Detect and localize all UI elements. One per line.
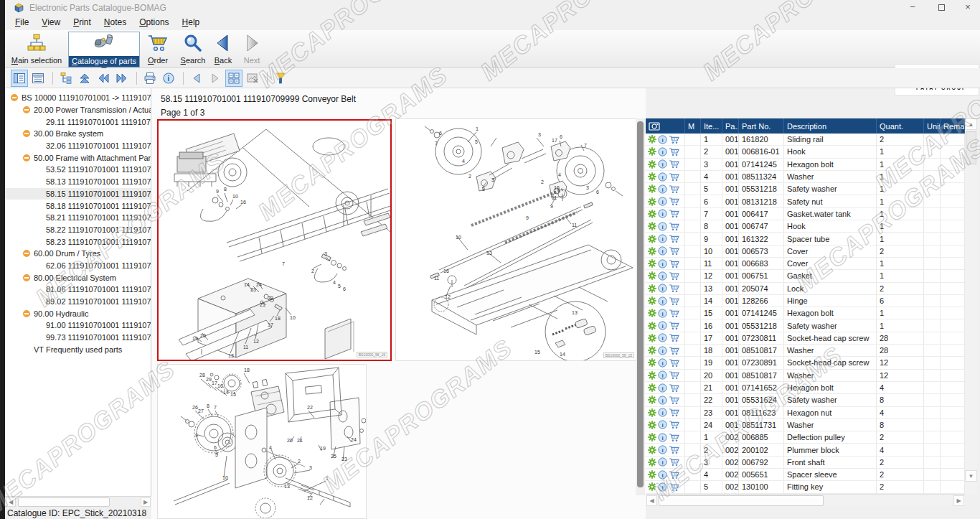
part-info-icon[interactable]: i [658, 172, 667, 182]
add-to-cart-icon[interactable] [669, 135, 679, 144]
add-to-cart-icon[interactable] [669, 209, 679, 218]
part-info-icon[interactable]: i [658, 333, 667, 342]
column-actions[interactable] [646, 118, 685, 134]
scrollbar-thumb[interactable] [966, 131, 976, 164]
tree-item[interactable]: 91.00 111910701001 111910709999 Hy [5, 319, 151, 332]
tree-item[interactable]: 80.00 Electrical System [5, 271, 151, 284]
part-info-icon[interactable]: i [658, 420, 667, 429]
add-to-cart-icon[interactable] [669, 333, 679, 342]
options-gear-icon[interactable] [648, 135, 656, 144]
part-info-icon[interactable]: i [658, 135, 667, 144]
add-to-cart-icon[interactable] [669, 358, 679, 368]
part-info-icon[interactable]: i [658, 184, 667, 194]
tree-item[interactable]: 58.13 111910701001 111910709999 Su [5, 176, 151, 188]
part-info-icon[interactable]: i [658, 209, 667, 218]
table-row[interactable]: i 14 001 128266 Hinge 6 [646, 295, 977, 307]
column-remark[interactable]: Remark [941, 118, 965, 134]
options-gear-icon[interactable] [648, 309, 656, 317]
options-gear-icon[interactable] [648, 247, 656, 256]
menu-help[interactable]: Help [176, 16, 207, 30]
add-to-cart-icon[interactable] [669, 445, 679, 454]
part-info-icon[interactable]: i [658, 222, 667, 231]
add-to-cart-icon[interactable] [669, 222, 679, 231]
collapse-icon[interactable] [23, 250, 30, 257]
add-to-cart-icon[interactable] [669, 433, 679, 442]
add-to-cart-icon[interactable] [669, 482, 679, 492]
options-gear-icon[interactable] [648, 446, 656, 454]
scroll-down-arrow[interactable]: ▼ [965, 470, 977, 482]
image-toggle-button[interactable] [244, 70, 261, 87]
table-row[interactable]: i 1 002 006885 Deflection pulley 2 [646, 431, 977, 444]
tree-item[interactable]: 58.22 111910701001 111910709999 Au [5, 224, 151, 236]
collapse-icon[interactable] [11, 94, 18, 101]
part-info-icon[interactable]: i [658, 408, 667, 417]
add-to-cart-icon[interactable] [669, 172, 679, 182]
tree-item[interactable]: 30.00 Brake system [5, 128, 151, 140]
minimize-button[interactable]: − [900, 0, 925, 16]
table-row[interactable]: i 9 001 161322 Spacer tube 1 [646, 233, 977, 245]
options-gear-icon[interactable] [648, 172, 656, 181]
tree-item[interactable]: 58.18 111910701001 111910709999 Rc [5, 200, 151, 212]
column-quantity[interactable]: Quant. [877, 118, 924, 134]
part-info-icon[interactable]: i [658, 296, 667, 306]
table-row[interactable]: i 5 001 05531218 Safety washer 1 [646, 183, 977, 195]
options-gear-icon[interactable] [648, 334, 656, 342]
options-gear-icon[interactable] [648, 222, 656, 230]
table-row[interactable]: i 12 001 006751 Gasket 1 [646, 270, 977, 282]
part-info-icon[interactable]: i [658, 197, 667, 206]
scroll-right-arrow[interactable]: ▶ [141, 497, 151, 507]
options-gear-icon[interactable] [648, 458, 656, 467]
add-to-cart-icon[interactable] [669, 259, 679, 268]
options-gear-icon[interactable] [648, 235, 656, 243]
tree-item[interactable]: 29.11 111910701001 111910709999 Ca [5, 116, 151, 128]
part-info-icon[interactable]: i [658, 396, 667, 405]
previous-figure-button[interactable] [188, 70, 205, 87]
part-info-icon[interactable]: i [658, 482, 667, 492]
table-row[interactable]: i 6 001 08131218 Safety nut 1 [646, 195, 977, 207]
add-to-cart-icon[interactable] [669, 346, 679, 355]
options-gear-icon[interactable] [648, 210, 656, 218]
menu-print[interactable]: Print [67, 16, 98, 30]
add-to-cart-icon[interactable] [669, 408, 679, 417]
options-gear-icon[interactable] [648, 271, 656, 280]
next-figure-button[interactable] [207, 70, 224, 87]
table-row[interactable]: i 15 001 07141245 Hexagon bolt 1 [646, 307, 977, 319]
collapse-icon[interactable] [23, 310, 30, 317]
scroll-left-arrow[interactable]: ◀ [6, 497, 16, 507]
table-row[interactable]: i 2 001 006816-01 Hook 1 [646, 146, 977, 158]
tree-item[interactable]: 81.06 111910701001 111910709999 Ele [5, 284, 151, 296]
table-row[interactable]: i 1 001 161820 Sliding rail 2 [646, 134, 977, 146]
options-gear-icon[interactable] [648, 346, 656, 355]
part-info-icon[interactable]: i [658, 284, 667, 293]
table-row[interactable]: i 10 001 006573 Cover 2 [646, 246, 977, 258]
thumbnail-view-button[interactable] [225, 70, 242, 87]
add-to-cart-icon[interactable] [669, 309, 679, 318]
print-button[interactable] [141, 70, 159, 87]
tree-item[interactable]: 58.23 111910701001 111910709999 Ta [5, 235, 151, 248]
main-selection-button[interactable]: Main selection [11, 32, 62, 67]
maximize-button[interactable] [929, 0, 953, 16]
part-info-icon[interactable]: i [658, 346, 667, 355]
table-row[interactable]: i 8 001 006747 Hook 1 [646, 220, 977, 233]
figure-vertical-scrollbar[interactable] [636, 118, 645, 495]
menu-notes[interactable]: Notes [98, 16, 133, 30]
options-gear-icon[interactable] [648, 421, 656, 429]
tree-item[interactable]: 58.15 111910701001 111910709999 Cc [5, 188, 151, 200]
tree-item[interactable]: 32.06 111910701001 111910709999 Br [5, 140, 151, 152]
tree-item[interactable]: 62.06 111910701001 111910709999 Ty [5, 260, 151, 272]
last-page-button[interactable] [113, 70, 131, 87]
options-gear-icon[interactable] [648, 197, 656, 206]
figure-thumbnail-drive[interactable]: 28291716 141518 262787 96510 4231 222021… [157, 364, 367, 519]
table-row[interactable]: i 19 001 07230891 Socket-head cap screw … [646, 357, 977, 369]
add-to-cart-icon[interactable] [669, 234, 679, 243]
menu-view[interactable]: View [35, 16, 67, 30]
tree-horizontal-scrollbar[interactable]: ◀ ▶ [5, 496, 151, 507]
table-row[interactable]: i 5 002 130100 Fitting key 2 [646, 481, 977, 493]
table-row[interactable]: i 24 001 08511731 Washer 8 [646, 419, 977, 431]
tree-item[interactable]: 89.02 111910701001 111910709999 Re [5, 296, 151, 308]
toggle-list-view-button[interactable] [29, 70, 47, 87]
figure-thumbnail-belt[interactable]: 1675 423 36177 4236 816119 9101113 16111… [395, 118, 638, 361]
options-gear-icon[interactable] [648, 358, 656, 367]
add-to-cart-icon[interactable] [669, 321, 679, 330]
part-info-icon[interactable]: i [658, 234, 667, 243]
